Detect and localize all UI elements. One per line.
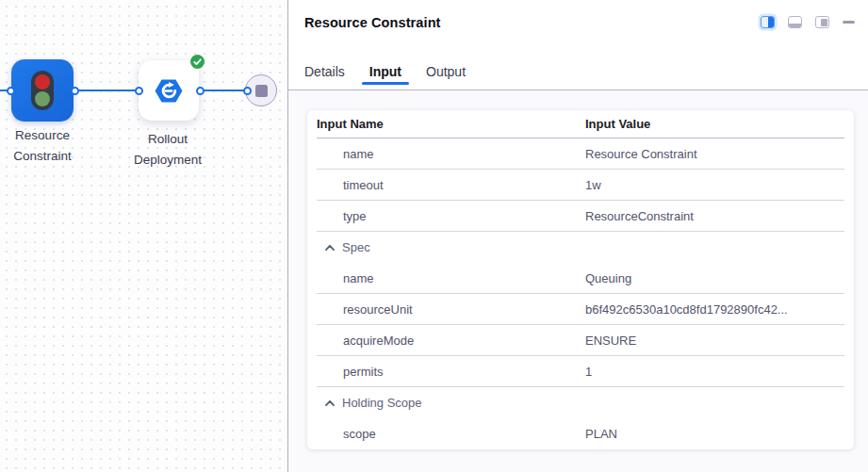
field-value: 1 bbox=[585, 365, 592, 379]
check-icon bbox=[190, 55, 205, 69]
panel-content: Input Name Input Value nameResource Cons… bbox=[288, 90, 868, 472]
tab-output[interactable]: Output bbox=[418, 53, 473, 90]
field-value: b6f492c6530a10cd8fd1792890fc42... bbox=[585, 302, 788, 317]
group-label: Spec bbox=[342, 240, 370, 254]
table-row: timeout1w bbox=[317, 170, 844, 201]
chevron-up-icon[interactable] bbox=[324, 243, 336, 252]
connector-handle[interactable] bbox=[243, 87, 252, 95]
popup-icon[interactable] bbox=[815, 16, 829, 28]
window-controls bbox=[761, 15, 855, 28]
traffic-green-light bbox=[35, 91, 50, 106]
node-resource-constraint[interactable] bbox=[11, 59, 74, 122]
field-name: name bbox=[317, 147, 585, 161]
connector-handle[interactable] bbox=[196, 87, 205, 95]
table-header-row: Input Name Input Value bbox=[317, 110, 844, 138]
edge-rollout-to-end bbox=[200, 90, 247, 91]
split-right-icon[interactable] bbox=[761, 16, 775, 28]
panel-header: Resource Constraint bbox=[288, 0, 868, 53]
field-name: scope bbox=[317, 427, 585, 441]
field-value: ENSURE bbox=[585, 334, 636, 348]
field-name: resourceUnit bbox=[317, 302, 585, 317]
connector-handle[interactable] bbox=[71, 87, 79, 95]
edge-rc-to-rollout bbox=[75, 90, 139, 91]
table-row: resourceUnitb6f492c6530a10cd8fd1792890fc… bbox=[317, 294, 844, 325]
stop-square-icon bbox=[255, 85, 268, 97]
table-body: nameResource Constrainttimeout1wtypeReso… bbox=[317, 138, 844, 449]
table-row: typeResourceConstraint bbox=[317, 201, 844, 232]
chevron-up-icon[interactable] bbox=[324, 399, 336, 408]
rollout-icon bbox=[155, 78, 183, 104]
field-value: Queuing bbox=[585, 271, 631, 285]
field-name: type bbox=[317, 209, 585, 223]
split-bottom-icon[interactable] bbox=[788, 16, 802, 28]
node-label-rollout-deployment: Rollout Deployment bbox=[116, 129, 220, 170]
connector-handle[interactable] bbox=[7, 87, 15, 95]
table-group-row[interactable]: Spec bbox=[317, 232, 844, 263]
field-name: permits bbox=[317, 365, 585, 379]
node-label-resource-constraint: Resource Constraint bbox=[0, 125, 94, 166]
table-row: nameResource Constraint bbox=[317, 138, 844, 170]
field-value: Resource Constraint bbox=[585, 147, 697, 161]
table-row: scopePLAN bbox=[317, 418, 844, 449]
workflow-canvas[interactable]: Resource Constraint Rollout Deployment bbox=[0, 0, 287, 472]
panel-title: Resource Constraint bbox=[304, 15, 441, 30]
success-check-badge bbox=[190, 55, 205, 73]
connector-handle[interactable] bbox=[135, 87, 143, 95]
table-row: acquireModeENSURE bbox=[317, 325, 844, 356]
table-row: nameQueuing bbox=[317, 263, 844, 294]
tab-bar: Details Input Output bbox=[288, 53, 868, 90]
field-name: acquireMode bbox=[317, 334, 585, 348]
field-value: 1w bbox=[585, 178, 601, 192]
table-group-row[interactable]: Holding Scope bbox=[317, 387, 844, 418]
field-name: name bbox=[317, 271, 585, 285]
tab-details[interactable]: Details bbox=[297, 53, 352, 90]
column-header-input-name: Input Name bbox=[317, 117, 585, 131]
tab-input[interactable]: Input bbox=[362, 53, 409, 90]
detail-panel: Resource Constraint Details Input Output… bbox=[287, 0, 868, 472]
field-name: timeout bbox=[317, 178, 585, 192]
traffic-red-light bbox=[35, 74, 50, 90]
field-value: PLAN bbox=[585, 427, 617, 441]
column-header-input-value: Input Value bbox=[585, 117, 650, 131]
traffic-light-icon bbox=[31, 71, 54, 110]
table-row: permits1 bbox=[317, 356, 844, 387]
minimize-icon[interactable] bbox=[843, 21, 855, 24]
group-label: Holding Scope bbox=[342, 396, 422, 410]
field-value: ResourceConstraint bbox=[585, 209, 694, 223]
input-table-card: Input Name Input Value nameResource Cons… bbox=[307, 110, 854, 449]
